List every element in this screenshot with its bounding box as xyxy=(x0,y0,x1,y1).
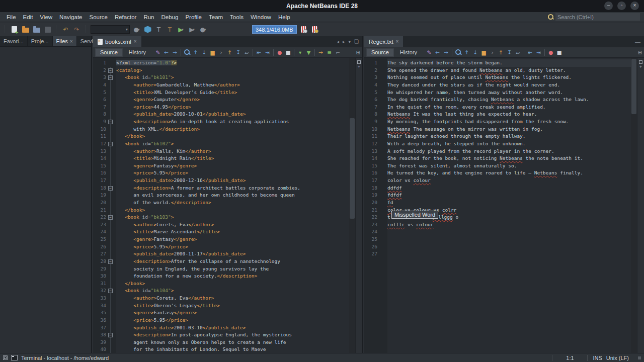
comment-icon[interactable]: ↥ xyxy=(497,49,505,56)
code-line[interactable]: <price>5.95</price> xyxy=(116,243,349,251)
line-number[interactable]: 2 xyxy=(364,67,377,74)
misc-icon[interactable]: ⌐ xyxy=(334,49,342,56)
code-line[interactable]: She opened the drawer and found Netbeans… xyxy=(387,67,631,74)
toolbar-overflow-icon[interactable]: ⊞ xyxy=(638,50,644,55)
code-line[interactable]: They danced under the stars as if the ni… xyxy=(387,81,631,89)
error-stripe-plus-icon[interactable]: + xyxy=(356,65,362,69)
menu-debug[interactable]: Debug xyxy=(157,13,182,21)
code-line[interactable]: A soft melody played from the record pla… xyxy=(387,148,631,155)
code-line[interactable]: <book id="bk102"> xyxy=(116,140,349,148)
macro-stop-icon[interactable]: ■ xyxy=(555,49,563,56)
left-editor-scrollbar[interactable] xyxy=(349,58,355,353)
close-tab-icon[interactable]: × xyxy=(70,39,73,44)
terminal-status-label[interactable]: Terminal - localhost - /home/edward xyxy=(21,355,109,361)
resize-grip[interactable] xyxy=(638,356,641,359)
code-line[interactable]: <genre>Fantasy</genre> xyxy=(116,236,349,243)
line-number[interactable]: 9 xyxy=(93,118,106,126)
fold-toggle-icon[interactable]: − xyxy=(108,215,113,220)
last-edit-icon[interactable]: ✎ xyxy=(425,49,433,56)
line-number[interactable]: 8 xyxy=(93,111,106,118)
line-number[interactable]: 22 xyxy=(364,214,377,221)
line-number[interactable]: 19 xyxy=(93,192,106,199)
menu-file[interactable]: File xyxy=(3,13,20,21)
line-number[interactable]: 1 xyxy=(364,59,377,67)
fold-toggle-icon[interactable]: − xyxy=(108,289,113,293)
line-number[interactable]: 35 xyxy=(93,309,106,317)
code-line[interactable]: <title>XML Developer's Guide</title> xyxy=(116,89,349,97)
line-number[interactable]: 25 xyxy=(364,236,377,243)
line-number[interactable]: 10 xyxy=(364,126,377,133)
line-number[interactable]: 37 xyxy=(93,324,106,332)
source-view-button[interactable]: Source xyxy=(366,48,394,57)
code-line[interactable]: <publish_date>2000-10-01</publish_date> xyxy=(116,111,349,118)
line-number[interactable]: 39 xyxy=(93,339,106,346)
line-number[interactable]: 6 xyxy=(93,96,106,104)
line-number[interactable]: 27 xyxy=(93,250,106,258)
line-number[interactable]: 15 xyxy=(364,162,377,170)
scrollbar-thumb[interactable] xyxy=(631,59,636,114)
code-line[interactable] xyxy=(387,250,631,258)
history-view-button[interactable]: History xyxy=(124,49,150,56)
code-line[interactable]: The forest was silent, almost unnaturall… xyxy=(387,162,631,170)
code-line[interactable]: fd xyxy=(387,199,631,207)
code-line[interactable] xyxy=(387,243,631,251)
line-ending-indicator[interactable]: Unix (LF) xyxy=(606,355,629,361)
code-line[interactable]: society in England, the young survivors … xyxy=(116,265,349,273)
fold-toggle-icon[interactable]: − xyxy=(108,142,113,146)
code-line[interactable]: Their laughter echoed through the empty … xyxy=(387,133,631,140)
code-line[interactable]: In the quiet of the room, every creak se… xyxy=(387,104,631,111)
line-number[interactable]: 7 xyxy=(364,104,377,111)
comment-icon[interactable]: ↥ xyxy=(226,49,233,56)
line-number[interactable]: 16 xyxy=(93,169,106,177)
line-number[interactable]: 1 xyxy=(93,59,106,67)
code-line[interactable]: He whispered her name, then turned away … xyxy=(387,89,631,97)
line-number[interactable]: 20 xyxy=(364,199,377,207)
open-project-icon[interactable] xyxy=(32,25,41,34)
toggle-highlight-icon[interactable]: ▆ xyxy=(480,49,488,56)
menu-window[interactable]: Window xyxy=(247,13,275,21)
menu-profile[interactable]: Profile xyxy=(182,13,205,21)
new-file-icon[interactable] xyxy=(10,25,19,34)
right-editor-scrollbar[interactable] xyxy=(631,58,637,353)
maximize-pane-icon[interactable]: ❏ xyxy=(354,39,359,44)
code-line[interactable]: <title>Maeve Ascendant</title> xyxy=(116,228,349,236)
line-number[interactable]: 34 xyxy=(93,302,106,310)
shift-right-icon[interactable]: ⇥ xyxy=(264,49,271,56)
paste-icon[interactable]: ▱ xyxy=(243,49,251,56)
macro-stop-icon[interactable]: ■ xyxy=(284,49,292,56)
code-line[interactable]: <price>5.95</price> xyxy=(116,169,349,177)
code-line[interactable]: <description>A former architect battles … xyxy=(116,185,349,192)
code-line[interactable]: Netbeans The message on the mirror was w… xyxy=(387,126,631,133)
scroll-left-icon[interactable]: ◂ xyxy=(337,39,339,44)
line-number[interactable]: 9 xyxy=(364,118,377,126)
clean-build-icon[interactable]: T xyxy=(166,25,174,34)
error-stripe-box-icon[interactable] xyxy=(639,60,642,64)
fold-toggle-icon[interactable]: − xyxy=(108,186,113,191)
line-number[interactable]: 6 xyxy=(364,96,377,104)
code-line[interactable]: <description>In post-apocalypse England,… xyxy=(116,331,349,339)
code-line[interactable]: <description>After the collapse of a nan… xyxy=(116,258,349,265)
minimize-icon[interactable]: – xyxy=(604,2,613,10)
build-icon[interactable] xyxy=(143,25,152,34)
redo-icon[interactable]: ↷ xyxy=(72,25,81,34)
run-icon[interactable]: ▶▾ xyxy=(177,25,185,34)
back-icon[interactable]: ← xyxy=(434,49,441,56)
code-line[interactable]: <price>5.95</price> xyxy=(116,317,349,324)
code-line[interactable]: <book id="bk104"> xyxy=(116,287,349,295)
line-number[interactable]: 29 xyxy=(93,265,106,273)
right-editor-body[interactable]: 1234567891011121314151617181920212223242… xyxy=(364,58,644,353)
code-line[interactable]: </book> xyxy=(116,207,349,214)
undo-icon[interactable]: ↶ xyxy=(61,25,70,34)
forward-icon[interactable]: → xyxy=(171,49,179,56)
profile-icon[interactable]: ●▾ xyxy=(199,25,207,34)
menu-navigate[interactable]: Navigate xyxy=(56,13,86,21)
line-number[interactable]: 2 xyxy=(93,67,106,74)
code-line[interactable]: </book> xyxy=(116,133,349,140)
code-line[interactable]: <publish_date>2000-11-17</publish_date> xyxy=(116,250,349,258)
save-all-icon[interactable] xyxy=(43,25,52,34)
line-number[interactable]: 17 xyxy=(364,177,377,185)
find-next-icon[interactable]: ↓ xyxy=(200,49,208,56)
menu-edit[interactable]: Edit xyxy=(20,13,37,21)
code-line[interactable]: fdfdf xyxy=(387,192,631,199)
tab-regex-txt[interactable]: Regex.txt × xyxy=(364,36,403,47)
